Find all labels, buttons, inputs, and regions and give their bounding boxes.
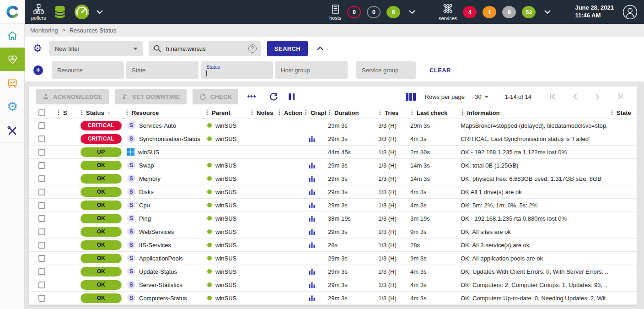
collapse-filters-icon[interactable]: [317, 47, 323, 50]
column-header-duration[interactable]: ⋮Duration: [326, 109, 376, 116]
hosts-up-count[interactable]: 6: [386, 6, 400, 18]
table-row[interactable]: OK S WebServices winSUS 29m 3s 1/3 (H) 9…: [29, 225, 637, 239]
table-row[interactable]: OK S Swap winSUS 29m 3s 1/3 (H) 14m 3s O…: [29, 159, 637, 172]
saved-filter-select[interactable]: New filter: [49, 41, 143, 56]
hosts-unreachable-count[interactable]: 0: [367, 6, 381, 18]
column-header-information[interactable]: ⋮Information: [459, 109, 608, 116]
row-checkbox[interactable]: [38, 162, 45, 169]
column-header-lastcheck[interactable]: ⋮Last check: [408, 109, 459, 116]
graph-icon[interactable]: [309, 282, 315, 288]
sidebar-item-reporting[interactable]: [0, 71, 25, 95]
hosts-down-count[interactable]: 0: [347, 6, 361, 18]
table-row[interactable]: UP winSUS 44m 45s 1/3 (H) 2m 30s OK - 19…: [29, 146, 637, 159]
filter-resource-select[interactable]: Resource: [52, 61, 124, 79]
table-row[interactable]: OK S Cpu winSUS 29m 3s 1/3 (H) 4m 3s OK:…: [29, 199, 637, 212]
table-row[interactable]: OK S Ping winSUS 38m 19s 1/3 (H) 3m 19s …: [29, 212, 637, 225]
set-downtime-button[interactable]: SET DOWNTIME: [115, 89, 187, 104]
more-actions-button[interactable]: •••: [247, 92, 256, 101]
pause-refresh-button[interactable]: [289, 93, 295, 100]
column-header-parent[interactable]: ⋮Parent: [204, 109, 248, 116]
graph-icon[interactable]: [309, 162, 315, 168]
column-header-state[interactable]: ⋮State: [608, 109, 637, 116]
column-header-tries[interactable]: ⋮Tries: [376, 109, 408, 116]
services-critical-count[interactable]: 4: [463, 6, 477, 18]
column-header-graph[interactable]: ⋮Graph: [302, 109, 326, 116]
graph-icon[interactable]: [309, 136, 315, 142]
sidebar-item-home[interactable]: [0, 24, 25, 48]
row-checkbox[interactable]: [38, 295, 45, 302]
search-help-icon[interactable]: ?: [248, 44, 257, 53]
acknowledge-button[interactable]: ACKNOWLEDGE: [36, 89, 109, 104]
column-header-s[interactable]: ⋮S: [55, 109, 78, 116]
sidebar-item-configuration[interactable]: ⚙: [0, 95, 25, 119]
table-row[interactable]: OK S IIS-Services winSUS 28s 1/3 (H) 28s…: [29, 239, 637, 252]
previous-page-button[interactable]: [564, 93, 586, 100]
row-checkbox[interactable]: [38, 122, 45, 129]
sidebar-item-administration[interactable]: [0, 119, 25, 143]
graph-icon[interactable]: [309, 202, 315, 208]
row-checkbox[interactable]: [38, 268, 45, 275]
row-checkbox[interactable]: [38, 255, 45, 262]
services-ok-count[interactable]: 52: [522, 6, 536, 18]
filter-hostgroup-select[interactable]: Host group: [275, 61, 348, 79]
row-checkbox[interactable]: [38, 189, 45, 195]
row-checkbox[interactable]: [38, 136, 45, 142]
centreon-logo[interactable]: [0, 0, 25, 24]
select-all-checkbox[interactable]: [38, 109, 45, 116]
row-checkbox[interactable]: [38, 175, 45, 182]
filter-state-select[interactable]: State: [126, 61, 199, 79]
hosts-menu[interactable]: hosts: [329, 4, 341, 21]
column-header-status[interactable]: ⋮Status↑: [78, 109, 123, 116]
column-header-notes[interactable]: ⋮Notes: [248, 109, 276, 116]
gauge-icon[interactable]: [74, 4, 90, 20]
row-checkbox[interactable]: [38, 242, 45, 249]
table-row[interactable]: OK S Memory winSUS 29m 3s 1/3 (H) 14m 3s…: [29, 172, 637, 185]
row-checkbox[interactable]: [38, 202, 45, 209]
column-header-resource[interactable]: ⋮Resource: [123, 109, 204, 116]
graph-icon[interactable]: [309, 268, 315, 275]
services-menu[interactable]: services: [439, 3, 457, 21]
row-checkbox[interactable]: [38, 149, 45, 156]
graph-icon[interactable]: [309, 215, 315, 222]
column-header-action[interactable]: ⋮Action: [276, 109, 302, 116]
graph-icon[interactable]: [309, 228, 315, 235]
table-row[interactable]: OK S Disks winSUS 29m 3s 1/3 (H) 4m 3s O…: [29, 185, 637, 199]
database-icon[interactable]: [53, 4, 67, 20]
filter-settings-gear-icon[interactable]: ⚙: [33, 43, 42, 54]
services-unknown-count[interactable]: 9: [502, 6, 516, 18]
last-page-button[interactable]: [608, 93, 630, 100]
table-row[interactable]: CRITICAL S Synchronisation-Status winSUS…: [29, 132, 637, 146]
breadcrumb-item-monitoring[interactable]: Monitoring: [30, 27, 58, 34]
user-icon[interactable]: [623, 5, 638, 20]
chevron-down-icon[interactable]: [97, 10, 103, 14]
sidebar-item-monitoring[interactable]: [0, 48, 25, 71]
graph-icon[interactable]: [309, 242, 315, 248]
first-page-button[interactable]: [542, 93, 564, 100]
table-row[interactable]: CRITICAL S Services-Auto winSUS 29m 3s 3…: [29, 119, 637, 132]
chevron-down-icon[interactable]: [409, 10, 415, 14]
add-criteria-button[interactable]: +: [33, 65, 43, 75]
table-row[interactable]: OK S ApplicationPools winSUS 29m 3s 1/3 …: [29, 252, 637, 265]
search-button[interactable]: SEARCH: [267, 41, 308, 56]
clear-filters-button[interactable]: CLEAR: [429, 67, 451, 74]
table-row[interactable]: OK S Computers-Status winSUS 29m 3s 1/3 …: [29, 292, 637, 305]
graph-icon[interactable]: [309, 189, 315, 195]
search-input[interactable]: h.name:winsus ?: [149, 41, 261, 56]
check-button[interactable]: CHECK: [193, 89, 239, 104]
rows-per-page-select[interactable]: 30: [475, 93, 489, 100]
filter-servicegroup-select[interactable]: Service group: [356, 61, 416, 79]
pollers-menu[interactable]: pollers: [31, 3, 46, 21]
chevron-down-icon[interactable]: [544, 10, 551, 14]
row-checkbox[interactable]: [38, 228, 45, 235]
table-row[interactable]: OK S Server-Statistics winSUS 29m 3s 1/3…: [29, 278, 637, 292]
next-page-button[interactable]: [586, 93, 608, 100]
row-checkbox[interactable]: [38, 215, 45, 222]
graph-icon[interactable]: [309, 295, 315, 301]
table-row[interactable]: OK S Update-Status winSUS 29m 3s 1/3 (H)…: [29, 265, 637, 278]
filter-status-select[interactable]: Status: [201, 61, 273, 79]
edit-columns-icon[interactable]: [406, 93, 416, 101]
services-warning-count[interactable]: 1: [483, 6, 496, 18]
graph-icon[interactable]: [309, 175, 315, 182]
refresh-button[interactable]: [269, 92, 279, 102]
row-checkbox[interactable]: [38, 282, 45, 288]
